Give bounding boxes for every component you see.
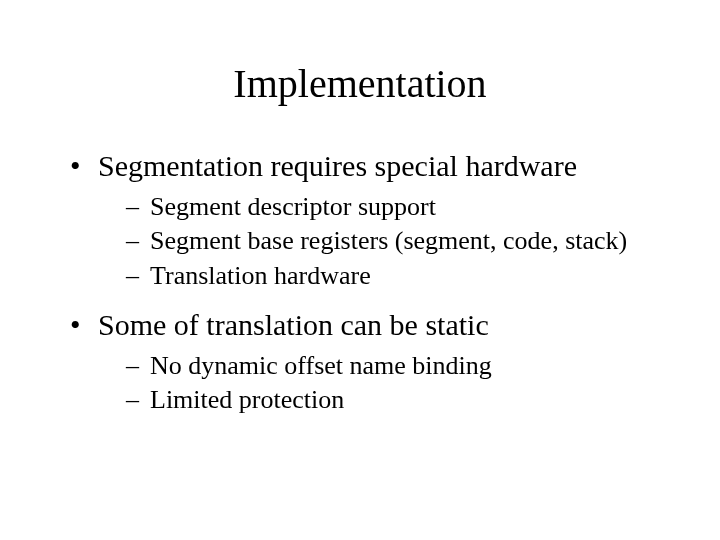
sub-list: No dynamic offset name binding Limited p… <box>126 350 670 417</box>
bullet-list: Segmentation requires special hardware S… <box>70 147 670 417</box>
bullet-text: Limited protection <box>150 385 344 414</box>
list-item: Segmentation requires special hardware S… <box>70 147 670 292</box>
bullet-text: Segmentation requires special hardware <box>98 149 577 182</box>
list-item: Limited protection <box>126 384 670 417</box>
list-item: Segment descriptor support <box>126 191 670 224</box>
slide: Implementation Segmentation requires spe… <box>0 0 720 540</box>
sub-list: Segment descriptor support Segment base … <box>126 191 670 293</box>
slide-title: Implementation <box>50 60 670 107</box>
list-item: No dynamic offset name binding <box>126 350 670 383</box>
list-item: Segment base registers (segment, code, s… <box>126 225 670 258</box>
bullet-text: Segment base registers (segment, code, s… <box>150 226 627 255</box>
list-item: Some of translation can be static No dyn… <box>70 306 670 417</box>
bullet-text: Segment descriptor support <box>150 192 436 221</box>
bullet-text: Translation hardware <box>150 261 371 290</box>
bullet-text: No dynamic offset name binding <box>150 351 492 380</box>
bullet-text: Some of translation can be static <box>98 308 489 341</box>
list-item: Translation hardware <box>126 260 670 293</box>
